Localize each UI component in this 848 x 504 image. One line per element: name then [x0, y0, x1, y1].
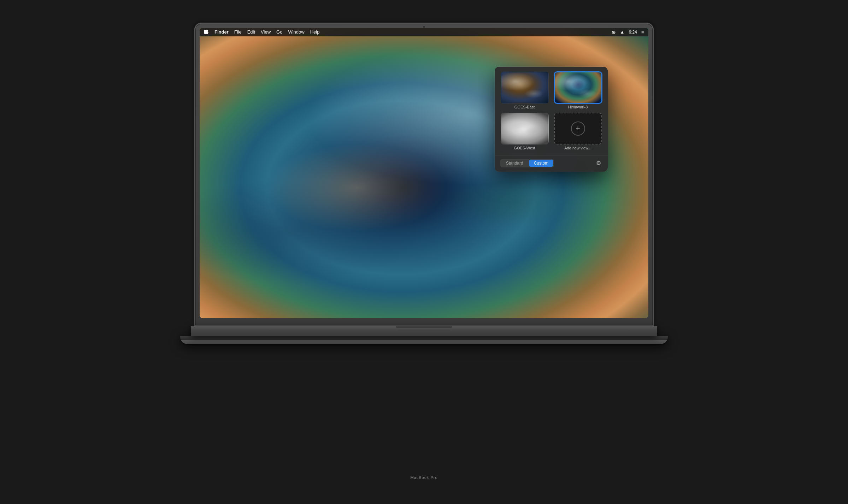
laptop-hinge-notch	[396, 326, 452, 328]
goes-east-label: GOES-East	[514, 105, 535, 109]
satellite-item-goes-east[interactable]: GOES-East	[500, 72, 549, 109]
goes-east-clouds	[501, 72, 548, 103]
clock: 6:24	[629, 30, 637, 35]
panel-footer: Standard Custom ⚙	[500, 159, 603, 167]
menubar: Finder File Edit View Go Window Help ⊕ ▲	[200, 28, 648, 36]
edit-menu[interactable]: Edit	[247, 29, 255, 35]
goes-west-thumbnail[interactable]	[501, 113, 549, 144]
goes-east-thumbnail[interactable]	[501, 72, 549, 103]
add-icon: +	[571, 121, 585, 136]
control-center-icon[interactable]: ⊕	[612, 29, 616, 35]
screen: Finder File Edit View Go Window Help ⊕ ▲	[200, 28, 648, 318]
panel-divider	[495, 155, 608, 155]
laptop-container: Finder File Edit View Go Window Help ⊕ ▲	[177, 23, 671, 482]
laptop-bottom-edge: MacBook Pro	[180, 336, 668, 344]
help-menu[interactable]: Help	[310, 29, 320, 35]
settings-gear-icon[interactable]: ⚙	[595, 160, 602, 167]
add-new-label: Add new view...	[564, 146, 591, 150]
himawari-thumbnail[interactable]	[554, 72, 602, 103]
add-new-thumbnail[interactable]: +	[554, 113, 602, 144]
laptop-base	[191, 326, 657, 336]
apple-menu[interactable]	[204, 29, 209, 35]
window-menu[interactable]: Window	[288, 29, 304, 35]
go-menu[interactable]: Go	[276, 29, 282, 35]
himawari-label: Himawari-8	[568, 105, 588, 109]
file-menu[interactable]: File	[234, 29, 242, 35]
segmented-control: Standard Custom	[500, 159, 554, 167]
wifi-icon[interactable]: ▲	[620, 29, 625, 35]
custom-segment-button[interactable]: Custom	[529, 160, 553, 167]
apple-icon	[204, 29, 209, 34]
satellite-item-goes-west[interactable]: GOES-West	[500, 113, 549, 150]
laptop-lid: Finder File Edit View Go Window Help ⊕ ▲	[194, 23, 654, 326]
laptop-model-label: MacBook Pro	[410, 475, 437, 480]
himawari-clouds	[555, 72, 601, 103]
screen-bezel: Finder File Edit View Go Window Help ⊕ ▲	[200, 28, 648, 318]
satellite-item-himawari[interactable]: Himawari-8	[553, 72, 603, 109]
goes-west-label: GOES-West	[514, 146, 535, 150]
add-new-content: +	[555, 113, 601, 144]
finder-menu[interactable]: Finder	[214, 29, 229, 35]
menubar-right: ⊕ ▲ 6:24 ≡	[612, 29, 644, 35]
menubar-left: Finder File Edit View Go Window Help	[204, 29, 319, 35]
view-menu[interactable]: View	[261, 29, 271, 35]
satellite-item-add-new[interactable]: + Add new view...	[553, 113, 603, 150]
goes-west-clouds	[501, 113, 548, 144]
satellite-grid: GOES-East Himawari-8	[500, 72, 603, 150]
menu-extras-icon[interactable]: ≡	[641, 29, 644, 35]
standard-segment-button[interactable]: Standard	[501, 160, 528, 167]
satellite-picker-panel: GOES-East Himawari-8	[495, 67, 608, 172]
